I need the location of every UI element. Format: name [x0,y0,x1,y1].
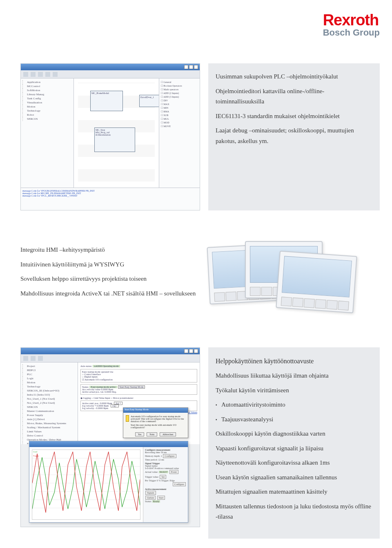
label: Memory depth: [145,455,160,457]
p: Intuitiivinen käyttöliittymä ja WYSIWYG [20,259,200,270]
tool-icon [38,72,43,77]
jog-minus-button[interactable]: Jog - [111,404,119,407]
value: 1 [161,455,162,457]
status-value: xA0000 Operating mode [93,365,120,367]
max-icon [189,65,193,69]
p: Ohjelmointieditori kattavilla online-/of… [216,86,372,107]
radio-label: Cmd Value Input [94,397,110,399]
label: Pre Trigger [145,479,156,482]
value: 12 [158,459,160,461]
logo-sub: Bosch Group [323,27,380,38]
label: Status: [145,500,151,503]
logo-main: Rexroth [323,11,380,29]
tool-icon [45,72,50,77]
trigger-label: Trigger [33,455,39,457]
unit: ms [161,459,164,461]
yes-button[interactable]: Yes [135,432,145,436]
hmi-keys [281,297,349,311]
hmi-screen [282,256,352,297]
confirm-dialog: Start Easy Startup Mode Automatic I/O co… [123,407,188,438]
scope-plot: Grad Trigger [32,450,140,520]
signals-button[interactable]: Signals [145,491,156,495]
text-plc: Uusimman sukupolven PLC –ohjelmointityök… [208,63,380,210]
window-titlebar [21,64,200,70]
ide-body: ProjectHDFCIPLCLogicMotionTechnologySERC… [21,362,200,444]
start-button[interactable]: Start [157,496,165,500]
value: 0.0000 Rpm [96,407,108,409]
label: Axis status: [80,365,92,367]
min-icon [184,349,188,353]
hmi-panel [276,251,357,313]
window-titlebar [21,348,200,354]
p: Oskilloskooppi käytön diagnostiikkaa var… [216,429,372,439]
p: Usean käytön signaalien samanaikainen ta… [216,472,372,483]
close-icon [194,65,198,69]
value: 0 [157,479,158,482]
toolbar [21,354,200,362]
configure-button[interactable]: Configure [173,482,186,486]
p: Työkalut käytön virittämiseen [216,385,372,396]
dialog-msg: Automatic I/O configuration for easy sta… [131,415,185,423]
label: Time period: [145,459,158,461]
scope-side-panel: Configure measurement Recording time 50 … [143,447,188,522]
brand-logo: Rexroth Bosch Group [323,11,380,38]
value: 96.9237 [159,471,169,473]
tool-icon [38,356,43,361]
update-button[interactable]: Update [145,496,156,500]
project-tree: ProjectHDFCIPLCLogicMotionTechnologySERC… [21,362,78,444]
p: Mitattujen signaalien matemaattinen käsi… [216,487,372,497]
label: Trigger value: [145,476,159,478]
p: Sovelluksen helppo siirrettävyys projekt… [20,274,200,284]
section-title: Helppokäyttöinen käyttöönottoavuste [216,356,372,367]
p: Mahdollisuus liikuttaa käyttöjä ilman oh… [216,371,372,381]
tool-icon [31,72,36,77]
p: Laajat debug –ominaisuudet; oskilloskoop… [216,125,372,146]
dialog-titlebar: Start Easy Startup Mode [123,408,188,413]
ide-screenshot-1: ApplicationMCControlSoftMotionLibrary Ma… [20,63,200,210]
row-hmi: Integroitu HMI –kehitysympäristö Intuiti… [20,233,380,315]
text-commissioning: Helppokäyttöinen käyttöönottoavuste Mahd… [208,347,380,539]
radio-label: Motor potentiometer [113,397,134,399]
sub-bullet: Automaattiviritystoiminto [216,400,372,410]
tool-icon [31,356,36,361]
unit: % [158,479,160,482]
radio-label: Jogging [83,397,91,399]
set-button[interactable]: Set [160,475,166,479]
sub-bullet: Taajuusvasteanalyysi [216,414,372,425]
start-button[interactable]: Start Easy Startup Mode [118,385,145,389]
commissioning-panel: Axis status: xA0000 Operating mode Easy … [78,362,200,444]
max-icon [189,349,193,353]
p: Mahdollisuus integroida ActiveX tai .NET… [20,289,200,299]
fb-block: ErrorID=ut_1 [139,95,159,107]
scope-titlebar [29,441,188,447]
no-button[interactable]: Nein [147,432,157,436]
check-label: Automatic I/O configuration [85,378,113,381]
value: Ready [152,500,160,503]
p: Mittausten tallennus tiedostoon ja luku … [216,501,372,522]
p: Vapaasti konfiguroitavat signaalit ja li… [216,443,372,454]
tool-icon [53,72,58,77]
output-panel: message Code for VFOURGENERALCOMMANDWRAP… [21,188,200,210]
close-icon [194,349,198,353]
p: IEC61131-3 standardin mukaiset ohjelmoin… [216,111,372,122]
ide-screenshot-2: ProjectHDFCIPLCLogicMotionTechnologySERC… [20,347,200,527]
fb-block: MC_HomeModul [90,91,123,111]
oscilloscope-window: Grad Trigger Configure measurement Recor… [29,441,188,523]
hmi-thumbnails [208,233,339,315]
label: Trigger: [161,479,169,482]
row-commissioning: ProjectHDFCIPLCLogicMotionTechnologySERC… [20,347,380,539]
toolbar [21,70,200,78]
label: Active actual pos. val. [82,391,104,393]
scope-chart [32,450,140,516]
tool-icon [23,72,28,77]
dialog-msg: Start the easy startup mode with automat… [131,424,185,429]
event-button[interactable]: Event [169,470,178,474]
row-plc: ApplicationMCControlSoftMotionLibrary Ma… [20,63,380,210]
cancel-button[interactable]: Abbrechen [160,432,176,436]
y-axis-label: Grad [33,451,37,453]
value: 0.0000 Deg. [105,391,117,393]
warning-icon [126,415,129,422]
configure-button[interactable]: Configure [163,454,176,458]
p: Integroitu HMI –kehitysympäristö [20,245,200,255]
min-icon [184,65,188,69]
